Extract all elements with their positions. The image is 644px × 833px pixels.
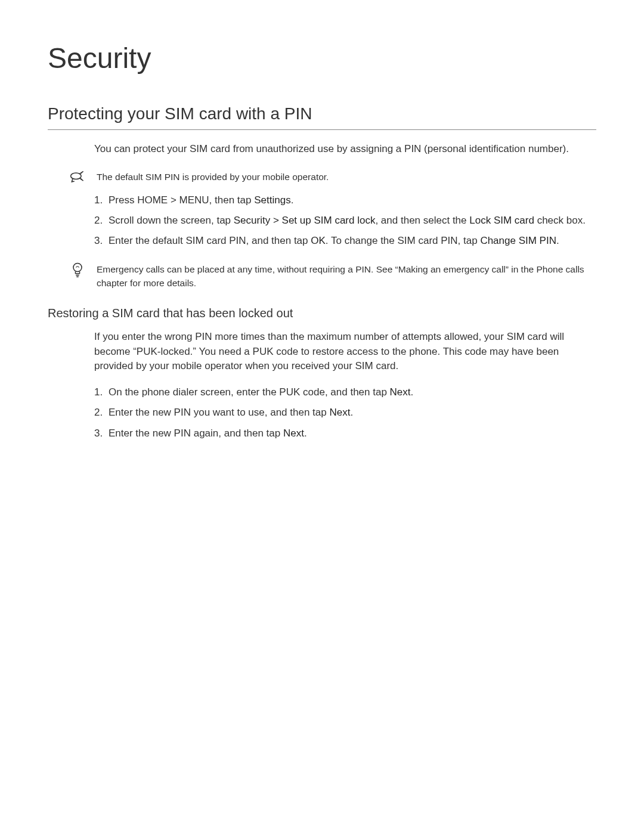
subheading-restoring: Restoring a SIM card that has been locke… [48,306,596,320]
step-text: . To change the SIM card PIN, tap [326,235,481,246]
strong-ok: OK [311,235,326,246]
step-1: 1. On the phone dialer screen, enter the… [94,385,596,400]
step-number: 2. [94,213,103,228]
strong-lock-sim: Lock SIM card [469,215,534,226]
step-text: , and then select the [375,215,469,226]
step-number: 3. [94,233,103,249]
megaphone-icon [69,169,86,185]
step-text: . [411,386,414,398]
steps-block-2: 1. On the phone dialer screen, enter the… [48,385,596,441]
step-3: 3. Enter the default SIM card PIN, and t… [94,233,596,249]
step-text: . [556,235,559,246]
strong-next: Next [390,386,411,398]
intro-block: You can protect your SIM card from unaut… [48,142,596,157]
step-text: . [291,194,294,206]
step-number: 2. [94,405,103,420]
steps-block-1: 1. Press HOME > MENU, then tap Settings.… [48,193,596,249]
step-text: . [350,407,353,418]
step-text: check box. [534,215,586,226]
step-number: 1. [94,193,103,208]
step-1: 1. Press HOME > MENU, then tap Settings. [94,193,596,208]
strong-security-setup: Security > Set up SIM card lock [234,215,376,226]
intro-text: You can protect your SIM card from unaut… [94,142,596,157]
intro-block-2: If you enter the wrong PIN more times th… [48,330,596,374]
note-emergency-calls: Emergency calls can be placed at any tim… [48,260,596,290]
strong-next: Next [283,428,304,439]
step-3: 3. Enter the new PIN again, and then tap… [94,426,596,441]
step-text: Scroll down the screen, tap [109,215,234,226]
note-default-pin: The default SIM PIN is provided by your … [48,168,596,185]
strong-change-sim-pin: Change SIM PIN [480,235,556,246]
ordered-list: 1. Press HOME > MENU, then tap Settings.… [94,193,596,249]
page-title: Security [48,42,596,75]
svg-point-1 [73,263,82,271]
step-text: Enter the default SIM card PIN, and then… [109,235,311,246]
ordered-list: 1. On the phone dialer screen, enter the… [94,385,596,441]
lightbulb-icon [69,261,86,278]
strong-next: Next [329,407,350,418]
step-text: On the phone dialer screen, enter the PU… [109,386,390,398]
step-text: . [304,428,307,439]
intro-text: If you enter the wrong PIN more times th… [94,330,596,374]
step-text: Enter the new PIN again, and then tap [109,428,283,439]
step-number: 1. [94,385,103,400]
note-text: Emergency calls can be placed at any tim… [97,260,596,290]
section-heading-protecting: Protecting your SIM card with a PIN [48,104,596,130]
step-text: Press HOME > MENU, then tap [109,194,254,206]
step-text: Enter the new PIN you want to use, and t… [109,407,329,418]
step-number: 3. [94,426,103,441]
strong-settings: Settings [254,194,290,206]
note-text: The default SIM PIN is provided by your … [97,168,329,184]
step-2: 2. Scroll down the screen, tap Security … [94,213,596,228]
step-2: 2. Enter the new PIN you want to use, an… [94,405,596,420]
